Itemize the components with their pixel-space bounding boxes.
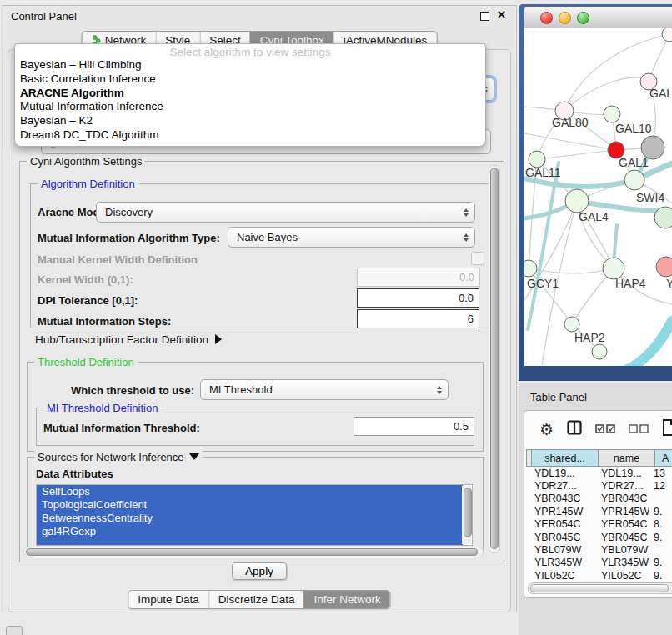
network-node[interactable]	[592, 344, 607, 359]
attributes-scrollbar[interactable]	[462, 486, 471, 544]
algorithm-option-dream8-dc-tdc-algorithm[interactable]: Dream8 DC_TDC Algorithm	[15, 128, 485, 142]
dpi-tolerance-input[interactable]: 0.0	[357, 288, 479, 308]
zoom-light-icon[interactable]	[577, 12, 589, 24]
mi-type-combo[interactable]: Naive Bayes	[228, 227, 475, 248]
algorithm-dropdown-popup: Select algorithm to view settings Bayesi…	[14, 43, 486, 147]
attribute-item-betweennesscentrality[interactable]: BetweennessCentrality	[37, 512, 463, 525]
algorithm-option-mutual-information-inference[interactable]: Mutual Information Inference	[15, 100, 485, 114]
network-node-gcy1[interactable]	[524, 260, 537, 277]
algorithm-option-bayesian-hill-climbing[interactable]: Bayesian – Hill Climbing	[15, 58, 485, 72]
column-header-partial[interactable]: A	[655, 449, 672, 467]
node-label-gal1: GAL1	[619, 156, 649, 169]
close-light-icon[interactable]	[540, 12, 553, 24]
mi-steps-input[interactable]: 6	[357, 309, 479, 328]
table-horizontal-scrollbar[interactable]	[528, 582, 672, 594]
minimize-light-icon[interactable]	[559, 12, 571, 24]
network-edge[interactable]	[564, 78, 649, 111]
cell-value: 13	[649, 468, 665, 479]
cell-shared-name: YPR145W	[526, 506, 593, 518]
aracne-mode-combo[interactable]: Discovery	[96, 202, 475, 222]
settings-horizontal-scrollbar[interactable]	[23, 547, 484, 558]
algorithm-option-aracne-algorithm[interactable]: ARACNE Algorithm	[15, 87, 485, 101]
cell-name: YPR145W	[593, 506, 649, 518]
attribute-item-selfloops[interactable]: SelfLoops	[37, 485, 463, 498]
hub-definition-label: Hub/Transcription Factor Definition	[35, 333, 208, 346]
table-row[interactable]: YER054CYER054C8.	[526, 518, 672, 531]
network-canvas[interactable]: GAL2GAL80GAL10GAL1GAL11SWI4GAL4GCY1HAP4Y…	[524, 28, 672, 366]
attribute-item-partial[interactable]	[37, 538, 463, 545]
cell-value: 9.	[649, 570, 662, 582]
settings-vertical-scrollbar[interactable]	[489, 165, 500, 553]
attribute-item-gal4rgexp[interactable]: gal4RGexp	[37, 525, 463, 538]
hidden-panel-button[interactable]	[6, 626, 23, 635]
network-node-gal4[interactable]	[565, 189, 589, 212]
column-layout-icon[interactable]	[567, 420, 582, 438]
control-panel: Control Panel ✕ NetworkStyleSelectCyni T…	[2, 5, 517, 612]
table-row[interactable]: YBR045CYBR045C9.	[526, 531, 672, 543]
cell-shared-name: YBR045C	[526, 532, 593, 543]
tab-infer-network[interactable]: Infer Network	[303, 591, 389, 608]
table-rows: YDL19...YDL19...13YDR27...YDR27...12YBR0…	[526, 467, 672, 582]
node-label-gal2: GAL2	[649, 87, 672, 100]
sources-group-title[interactable]: Sources for Network Inference	[34, 451, 203, 463]
mi-threshold-input[interactable]: 0.5	[354, 417, 474, 436]
attribute-table: shared... name A YDL19...YDL19...13YDR27…	[526, 449, 672, 598]
network-node[interactable]	[654, 207, 672, 228]
data-attributes-label: Data Attributes	[36, 468, 113, 480]
column-header-shared-name[interactable]: shared...	[532, 449, 599, 467]
data-attributes-list[interactable]: SelfLoopsTopologicalCoefficientBetweenne…	[36, 484, 473, 546]
combo-stepper-icon	[437, 386, 442, 394]
kernel-width-input[interactable]: 0.0	[357, 268, 480, 287]
table-row[interactable]: YDL19...YDL19...13	[526, 467, 672, 479]
deselect-checkboxes-icon[interactable]	[629, 422, 649, 437]
table-row[interactable]: YBL079WYBL079W	[526, 543, 672, 556]
cell-name: YBR043C	[593, 492, 649, 504]
algorithm-option-bayesian-k2[interactable]: Bayesian – K2	[15, 114, 485, 128]
network-node-swi4[interactable]	[624, 170, 644, 190]
column-header-name[interactable]: name	[599, 449, 655, 467]
network-node-hap2[interactable]	[564, 317, 579, 332]
hub-definition-toggle[interactable]: Hub/Transcription Factor Definition	[35, 333, 222, 346]
network-edge[interactable]	[524, 178, 634, 187]
apply-button[interactable]: Apply	[232, 562, 287, 580]
cell-name: YDR27...	[593, 480, 649, 492]
table-row[interactable]: YIL052CYIL052C9.	[526, 569, 672, 582]
which-threshold-label: Which threshold to use:	[36, 384, 194, 397]
network-node-y[interactable]	[656, 257, 672, 277]
settings-gear-icon[interactable]: ⚙	[539, 422, 554, 438]
cell-name: YDL19...	[593, 468, 649, 479]
aracne-mode-value: Discovery	[105, 206, 153, 218]
float-panel-icon[interactable]	[480, 12, 489, 21]
export-table-icon[interactable]	[662, 418, 672, 440]
node-label-y: Y	[666, 277, 672, 290]
manual-kernel-checkbox[interactable]	[471, 252, 484, 265]
which-threshold-combo[interactable]: MI Threshold	[200, 379, 449, 400]
algorithm-definition-group: Algorithm Definition Aracne Mode: Discov…	[30, 183, 492, 328]
table-row[interactable]: YPR145WYPR145W9.	[526, 505, 672, 518]
algorithm-option-basic-correlation-inference[interactable]: Basic Correlation Inference	[15, 72, 485, 87]
network-view-window: GAL2GAL80GAL10GAL1GAL11SWI4GAL4GCY1HAP4Y…	[519, 4, 672, 381]
table-row[interactable]: YDR27...YDR27...12	[526, 479, 672, 492]
tab-discretize-data[interactable]: Discretize Data	[208, 591, 304, 608]
close-panel-icon[interactable]: ✕	[497, 8, 506, 21]
table-panel: Table Panel ⚙ shared... name A	[519, 383, 672, 635]
network-window-titlebar[interactable]	[524, 7, 672, 28]
network-node-gal11[interactable]	[529, 151, 545, 168]
select-checkboxes-icon[interactable]	[595, 422, 615, 437]
network-edge[interactable]	[524, 133, 616, 150]
network-svg: GAL2GAL80GAL10GAL1GAL11SWI4GAL4GCY1HAP4Y…	[524, 28, 672, 366]
table-row[interactable]: YBR043CYBR043C	[526, 492, 672, 505]
network-node[interactable]	[662, 28, 672, 42]
tab-label: Infer Network	[313, 593, 380, 606]
table-row[interactable]: YLR345WYLR345W9.	[526, 557, 672, 569]
network-edge[interactable]	[537, 150, 616, 159]
network-edge[interactable]	[613, 321, 672, 366]
tab-impute-data[interactable]: Impute Data	[128, 591, 208, 608]
network-node-gal10[interactable]	[604, 106, 620, 122]
which-threshold-value: MI Threshold	[209, 383, 273, 396]
network-edge[interactable]	[528, 162, 559, 329]
threshold-definition-group: Threshold Definition Which threshold to …	[27, 362, 484, 452]
mi-type-label: Mutual Information Algorithm Type:	[38, 232, 220, 244]
attribute-item-topologicalcoefficient[interactable]: TopologicalCoefficient	[37, 498, 463, 512]
cyni-algorithm-settings-group: Cyni Algorithm Settings Algorithm Defini…	[19, 161, 504, 562]
